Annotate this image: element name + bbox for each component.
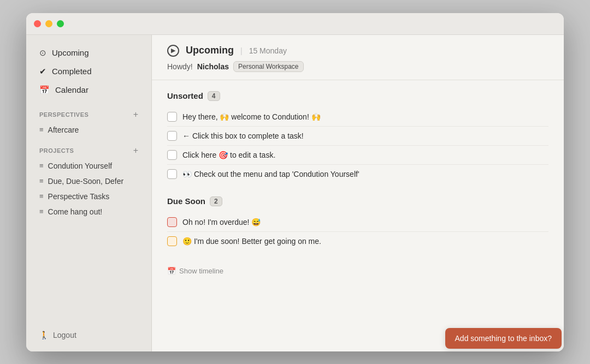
aftercare-icon: ≡	[39, 126, 44, 134]
main-header: ▶ Upcoming | 15 Monday Howdy! Nicholas P…	[152, 35, 564, 80]
sidebar-item-aftercare[interactable]: ≡ Aftercare	[26, 122, 151, 138]
task-checkbox-overdue[interactable]	[167, 217, 177, 227]
page-title: Upcoming	[186, 45, 234, 56]
project-icon-2: ≡	[39, 192, 44, 200]
minimize-button[interactable]	[45, 20, 52, 27]
task-text-3: 👀 Check out the menu and tap 'Condution …	[182, 170, 548, 178]
sidebar-item-calendar[interactable]: 📅 Calendar	[33, 81, 145, 99]
logout-icon: 🚶	[39, 331, 49, 339]
due-soon-task-list: Oh no! I'm overdue! 😅 🙂 I'm due soon! Be…	[167, 213, 548, 250]
add-perspective-button[interactable]: +	[133, 110, 138, 119]
unsorted-section-header: Unsorted 4	[167, 91, 548, 101]
task-checkbox-1[interactable]	[167, 131, 177, 141]
projects-section: Projects + ≡ Condution Yourself ≡ Due, D…	[26, 146, 151, 219]
workspace-badge: Personal Workspace	[233, 61, 304, 72]
sidebar-footer: 🚶 Logout	[26, 327, 151, 343]
sidebar-item-condution-yourself[interactable]: ≡ Condution Yourself	[26, 158, 151, 174]
task-text-0: Hey there, 🙌 welcome to Condution! 🙌	[182, 112, 548, 121]
add-inbox-button[interactable]: Add something to the inbox?	[445, 328, 562, 349]
sidebar: ⊙ Upcoming ✔ Completed 📅 Calendar Perspe…	[26, 35, 152, 351]
task-text-1: ← Click this box to complete a task!	[182, 132, 548, 140]
show-timeline-button[interactable]: 📅 Show timeline	[167, 264, 223, 278]
perspectives-section: Perspectives + ≡ Aftercare	[26, 110, 151, 138]
due-soon-title: Due Soon	[167, 196, 205, 206]
sidebar-item-due-due-soon-defer[interactable]: ≡ Due, Due-Soon, Defer	[26, 174, 151, 189]
unsorted-task-list: Hey there, 🙌 welcome to Condution! 🙌 ← C…	[167, 108, 548, 183]
unsorted-title: Unsorted	[167, 91, 203, 100]
timeline-icon: 📅	[167, 267, 176, 275]
logout-button[interactable]: 🚶 Logout	[39, 327, 76, 343]
main-content: Unsorted 4 Hey there, 🙌 welcome to Condu…	[152, 80, 564, 351]
project-icon-0: ≡	[39, 162, 44, 170]
header-upcoming-icon: ▶	[167, 45, 179, 57]
upcoming-icon: ⊙	[39, 48, 46, 58]
main-panel: ▶ Upcoming | 15 Monday Howdy! Nicholas P…	[152, 35, 564, 351]
projects-label: Projects +	[26, 146, 151, 155]
titlebar	[26, 13, 564, 35]
app-body: ⊙ Upcoming ✔ Completed 📅 Calendar Perspe…	[26, 35, 564, 351]
perspectives-label: Perspectives +	[26, 110, 151, 119]
task-checkbox-2[interactable]	[167, 150, 177, 160]
calendar-icon: 📅	[39, 85, 50, 95]
table-row: Click here 🎯 to edit a task.	[167, 146, 548, 165]
task-checkbox-due-soon[interactable]	[167, 236, 177, 246]
task-text-due-soon: 🙂 I'm due soon! Better get going on me.	[182, 237, 548, 246]
add-project-button[interactable]: +	[133, 146, 138, 155]
task-text-overdue: Oh no! I'm overdue! 😅	[182, 218, 548, 226]
sidebar-item-calendar-label: Calendar	[55, 85, 88, 94]
project-icon-3: ≡	[39, 207, 44, 216]
unsorted-count: 4	[208, 91, 220, 101]
header-divider: |	[240, 46, 243, 55]
table-row: Hey there, 🙌 welcome to Condution! 🙌	[167, 108, 548, 127]
header-top: ▶ Upcoming | 15 Monday	[167, 45, 548, 57]
app-window: ⊙ Upcoming ✔ Completed 📅 Calendar Perspe…	[26, 13, 564, 351]
table-row: 🙂 I'm due soon! Better get going on me.	[167, 232, 548, 250]
task-checkbox-3[interactable]	[167, 169, 177, 179]
maximize-button[interactable]	[57, 20, 64, 27]
sidebar-item-upcoming[interactable]: ⊙ Upcoming	[33, 44, 145, 62]
due-soon-count: 2	[210, 196, 222, 206]
completed-icon: ✔	[39, 67, 46, 76]
task-checkbox-0[interactable]	[167, 112, 177, 122]
sidebar-item-completed-label: Completed	[52, 67, 92, 76]
table-row: ← Click this box to complete a task!	[167, 127, 548, 146]
sidebar-item-perspective-tasks[interactable]: ≡ Perspective Tasks	[26, 189, 151, 204]
table-row: Oh no! I'm overdue! 😅	[167, 213, 548, 232]
project-icon-1: ≡	[39, 177, 44, 185]
header-date: 15 Monday	[249, 46, 287, 55]
sidebar-nav: ⊙ Upcoming ✔ Completed 📅 Calendar	[26, 44, 151, 99]
header-sub: Howdy! Nicholas Personal Workspace	[167, 61, 548, 72]
table-row: 👀 Check out the menu and tap 'Condution …	[167, 165, 548, 183]
task-text-2: Click here 🎯 to edit a task.	[182, 151, 548, 159]
due-soon-section-header: Due Soon 2	[167, 196, 548, 206]
sidebar-item-come-hang-out[interactable]: ≡ Come hang out!	[26, 204, 151, 219]
sidebar-item-completed[interactable]: ✔ Completed	[33, 62, 145, 81]
close-button[interactable]	[34, 20, 41, 27]
sidebar-item-upcoming-label: Upcoming	[52, 48, 89, 57]
